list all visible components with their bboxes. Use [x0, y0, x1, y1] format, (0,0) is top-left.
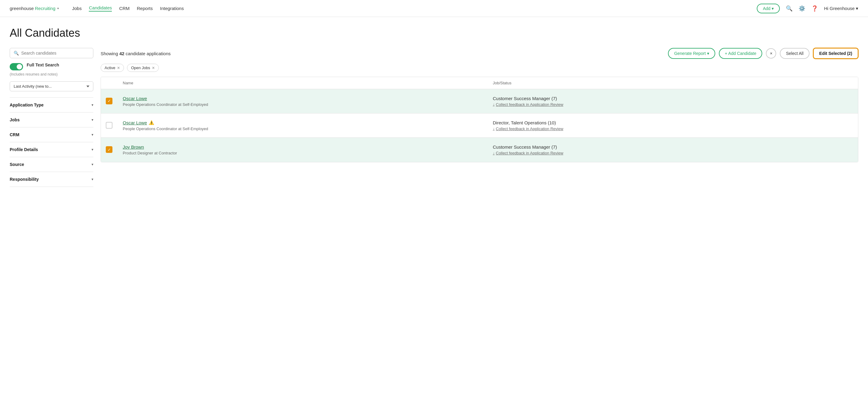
row-checkbox-1[interactable]: ✓	[106, 98, 113, 105]
job-title-2: Director, Talent Operations (10)	[493, 120, 853, 125]
filter-tag-active-remove[interactable]: ✕	[117, 66, 120, 70]
th-name: Name	[118, 77, 488, 89]
chevron-down-icon-responsibility: ▾	[92, 177, 93, 181]
page-title: All Candidates	[10, 27, 858, 39]
nav-crm[interactable]: CRM	[119, 6, 129, 11]
brand-recruiting: Recruiting	[35, 6, 56, 11]
sidebar-section-profile-details-header[interactable]: Profile Details ▾	[10, 142, 93, 157]
alert-icon-2: ⚠️	[149, 120, 154, 125]
collect-arrow-icon-3: ↓	[493, 151, 495, 155]
sidebar-section-profile-details-label: Profile Details	[10, 147, 38, 152]
nav-right: Add ▾ 🔍 ⚙️ ❓ Hi Greenhouse ▾	[757, 4, 858, 13]
sidebar: 🔍 Full Text Search (Includes resumes and…	[10, 48, 101, 187]
collect-link-text-2: Collect feedback in Application Review	[496, 126, 563, 131]
brand-chevron-icon: ▾	[57, 7, 59, 10]
collect-link-text-3: Collect feedback in Application Review	[496, 151, 563, 155]
th-checkbox	[101, 77, 118, 89]
checkbox-cell-2	[101, 122, 118, 129]
full-text-sub: (Includes resumes and notes)	[10, 72, 93, 77]
table-header: Name Job/Status	[101, 77, 858, 89]
select-all-button[interactable]: Select All	[780, 48, 809, 59]
showing-text: Showing 42 candidate applications	[101, 51, 170, 56]
main-toolbar: Showing 42 candidate applications Genera…	[101, 48, 858, 59]
search-icon-button[interactable]: 🔍	[786, 5, 793, 12]
settings-icon-button[interactable]: ⚙️	[799, 5, 805, 12]
collect-link-text-1: Collect feedback in Application Review	[496, 102, 563, 107]
sidebar-section-application-type: Application Type ▾	[10, 98, 93, 113]
sidebar-section-jobs: Jobs ▾	[10, 113, 93, 127]
name-cell-2: Oscar Lowe ⚠️ People Operations Coordina…	[118, 115, 488, 136]
job-cell-3: Customer Success Manager (7) ↓ Collect f…	[488, 140, 858, 160]
sidebar-section-source: Source ▾	[10, 157, 93, 172]
filter-tag-active-label: Active	[104, 65, 115, 70]
checkbox-cell-3: ✓	[101, 146, 118, 153]
edit-selected-button[interactable]: Edit Selected (2)	[813, 48, 858, 59]
full-text-label: Full Text Search	[27, 62, 59, 67]
candidate-name-text-2: Oscar Lowe	[123, 120, 147, 125]
collect-link-3[interactable]: ↓ Collect feedback in Application Review	[493, 151, 853, 155]
chevron-down-icon-crm: ▾	[92, 133, 93, 137]
candidate-sub-1: People Operations Coordinator at Self-Em…	[123, 102, 483, 107]
job-title-3: Customer Success Manager (7)	[493, 144, 853, 149]
add-candidate-button[interactable]: + Add Candidate	[719, 48, 763, 59]
filter-tag-active[interactable]: Active ✕	[101, 64, 124, 72]
sidebar-section-responsibility-header[interactable]: Responsibility ▾	[10, 172, 93, 187]
filter-tag-open-jobs-remove[interactable]: ✕	[152, 66, 155, 70]
add-candidate-label: + Add Candidate	[725, 51, 756, 56]
table-row: Oscar Lowe ⚠️ People Operations Coordina…	[101, 113, 858, 138]
filter-tag-open-jobs-label: Open Jobs	[131, 65, 150, 70]
clear-selection-button[interactable]: ×	[766, 48, 776, 59]
candidate-name-text-3: Joy Brown	[123, 144, 144, 149]
th-job-status: Job/Status	[488, 77, 858, 89]
generate-report-button[interactable]: Generate Report ▾	[668, 48, 715, 59]
sidebar-section-jobs-label: Jobs	[10, 117, 20, 122]
showing-count: 42	[119, 51, 125, 56]
sidebar-section-source-header[interactable]: Source ▾	[10, 157, 93, 172]
candidate-name-2[interactable]: Oscar Lowe ⚠️	[123, 120, 483, 125]
sort-select[interactable]: Last Activity (new to... Last Activity (…	[10, 81, 93, 91]
nav-jobs[interactable]: Jobs	[72, 6, 82, 11]
add-button[interactable]: Add ▾	[757, 4, 780, 13]
search-input[interactable]	[21, 51, 89, 56]
filter-tag-open-jobs[interactable]: Open Jobs ✕	[127, 64, 159, 72]
sidebar-section-jobs-header[interactable]: Jobs ▾	[10, 113, 93, 127]
sidebar-section-responsibility-label: Responsibility	[10, 177, 39, 182]
greeting-text[interactable]: Hi Greenhouse ▾	[824, 6, 858, 11]
collect-link-2[interactable]: ↓ Collect feedback in Application Review	[493, 126, 853, 131]
chevron-down-icon: ▾	[92, 103, 93, 107]
sidebar-section-responsibility: Responsibility ▾	[10, 172, 93, 187]
collect-arrow-icon-2: ↓	[493, 126, 495, 131]
top-nav: greenhouse Recruiting ▾ Jobs Candidates …	[0, 0, 868, 17]
filter-tags: Active ✕ Open Jobs ✕	[101, 64, 858, 72]
table-row: ✓ Oscar Lowe People Operations Coordinat…	[101, 89, 858, 113]
search-box[interactable]: 🔍	[10, 48, 93, 58]
nav-reports[interactable]: Reports	[137, 6, 153, 11]
sidebar-section-crm-header[interactable]: CRM ▾	[10, 127, 93, 142]
sidebar-section-source-label: Source	[10, 162, 24, 167]
chevron-down-icon-profile: ▾	[92, 147, 93, 152]
candidate-sub-2: People Operations Coordinator at Self-Em…	[123, 126, 483, 131]
main-content: Showing 42 candidate applications Genera…	[101, 48, 858, 187]
nav-integrations[interactable]: Integrations	[160, 6, 184, 11]
candidate-name-1[interactable]: Oscar Lowe	[123, 96, 483, 101]
full-text-toggle[interactable]	[10, 63, 23, 70]
row-checkbox-3[interactable]: ✓	[106, 146, 113, 153]
search-icon: 🔍	[13, 51, 19, 56]
collect-link-1[interactable]: ↓ Collect feedback in Application Review	[493, 102, 853, 107]
help-icon-button[interactable]: ❓	[811, 5, 818, 12]
sidebar-section-crm-label: CRM	[10, 132, 20, 137]
chevron-down-icon-source: ▾	[92, 162, 93, 167]
sidebar-section-application-type-header[interactable]: Application Type ▾	[10, 98, 93, 112]
generate-report-label: Generate Report ▾	[674, 51, 709, 56]
name-cell-3: Joy Brown Product Designer at Contractor	[118, 140, 488, 160]
row-checkbox-2[interactable]	[106, 122, 113, 129]
sidebar-section-crm: CRM ▾	[10, 127, 93, 142]
candidate-name-3[interactable]: Joy Brown	[123, 144, 483, 149]
candidate-name-text-1: Oscar Lowe	[123, 96, 147, 101]
sidebar-section-profile-details: Profile Details ▾	[10, 142, 93, 157]
job-cell-2: Director, Talent Operations (10) ↓ Colle…	[488, 115, 858, 136]
nav-candidates[interactable]: Candidates	[89, 5, 112, 11]
brand-logo[interactable]: greenhouse Recruiting ▾	[10, 6, 59, 11]
job-cell-1: Customer Success Manager (7) ↓ Collect f…	[488, 91, 858, 112]
candidate-sub-3: Product Designer at Contractor	[123, 151, 483, 155]
